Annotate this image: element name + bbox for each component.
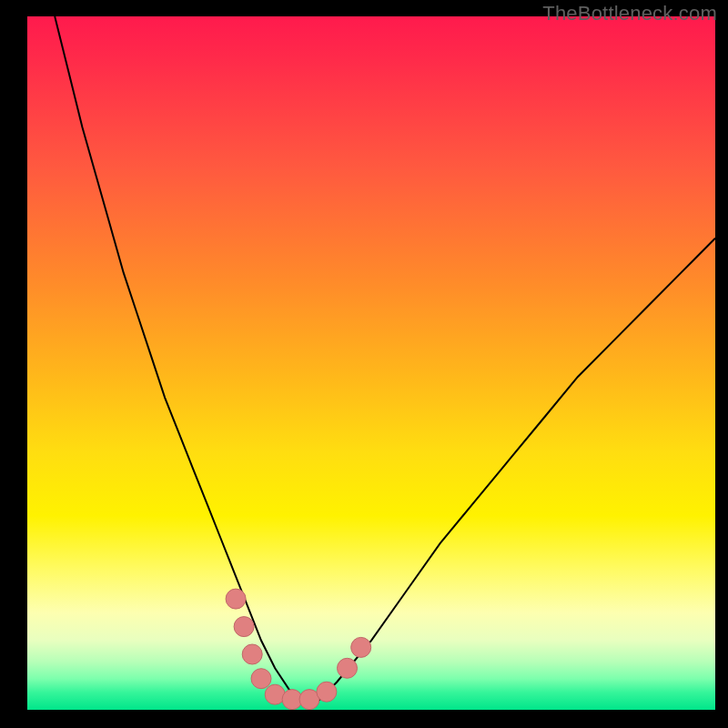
- bottleneck-curve: [55, 16, 715, 703]
- curve-path: [55, 16, 715, 703]
- marker-point: [351, 637, 371, 657]
- marker-point: [338, 658, 358, 678]
- chart-overlay: [0, 0, 728, 728]
- marker-point: [251, 669, 271, 689]
- marker-point: [242, 644, 262, 664]
- marker-point: [234, 617, 254, 637]
- marker-point: [226, 589, 246, 609]
- marker-point: [317, 682, 337, 702]
